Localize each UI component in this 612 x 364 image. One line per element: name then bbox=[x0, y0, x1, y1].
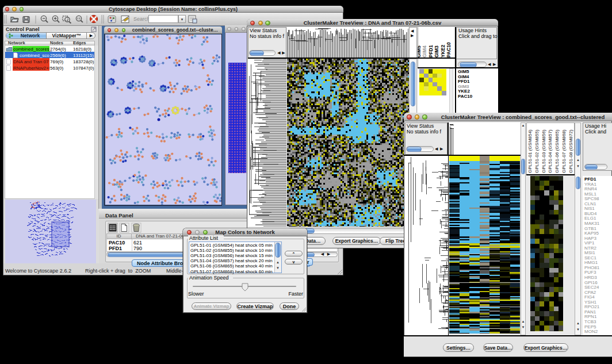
svg-text:GPL51-08 (GSM872): GPL51-08 (GSM872) bbox=[568, 129, 573, 173]
svg-text:GPL51-07 (GSM868): GPL51-07 (GSM868) bbox=[561, 129, 567, 173]
svg-text:GPL51-04 (GSM857): GPL51-04 (GSM857) bbox=[548, 129, 553, 173]
svg-text:PFD1: PFD1 bbox=[428, 45, 434, 58]
svg-text:GPL51-02 (GSM855): GPL51-02 (GSM855) bbox=[534, 129, 540, 173]
svg-text:PAC10: PAC10 bbox=[446, 42, 452, 58]
svg-text:GPL51-01 (GSM854): GPL51-01 (GSM854) bbox=[527, 129, 533, 173]
svg-text:GIM5: GIM5 bbox=[418, 45, 422, 58]
svg-text:GPL51-06 (GSM865): GPL51-06 (GSM865) bbox=[554, 129, 560, 173]
svg-text:GPL51-03 (GSM856): GPL51-03 (GSM856) bbox=[541, 129, 546, 173]
svg-text:YKE2: YKE2 bbox=[440, 45, 446, 58]
svg-text:GIM3: GIM3 bbox=[434, 45, 439, 58]
svg-text:GIM4: GIM4 bbox=[422, 45, 427, 58]
